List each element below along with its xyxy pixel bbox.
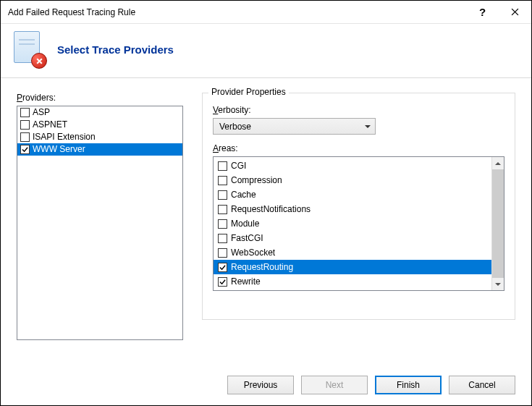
checkbox-icon[interactable] [218,205,227,214]
previous-button[interactable]: Previous [227,376,294,394]
wizard-header: Select Trace Providers [1,24,531,78]
scroll-up-button[interactable] [492,157,504,169]
wizard-title: Select Trace Providers [57,43,174,56]
area-item[interactable]: RequestNotifications [214,202,491,216]
provider-item-label: WWW Server [33,143,85,156]
help-button[interactable]: ? [466,1,499,23]
area-item[interactable]: Compression [214,173,491,187]
area-item[interactable]: WebSocket [214,245,491,260]
scroll-track[interactable] [492,169,504,278]
properties-column: Provider Properties Verbosity: Verbose A… [202,93,515,359]
checkbox-icon[interactable] [20,132,30,142]
area-item-label: Rewrite [231,276,261,287]
next-button: Next [301,376,368,394]
close-icon [511,8,519,16]
checkbox-icon[interactable] [218,277,227,287]
area-item[interactable]: Rewrite [214,274,491,289]
provider-item[interactable]: ASP [17,106,182,119]
provider-item[interactable]: WWW Server [17,143,182,156]
finish-button[interactable]: Finish [375,376,442,394]
cancel-button[interactable]: Cancel [449,376,515,394]
checkbox-icon[interactable] [218,176,227,185]
properties-legend: Provider Properties [208,87,289,97]
checkbox-icon[interactable] [218,248,227,258]
area-item-label: CGI [231,161,246,171]
title-controls: ? [466,1,531,23]
wizard-icon [14,31,44,67]
checkbox-icon[interactable] [218,161,227,171]
areas-section: Areas: CGICompressionCacheRequestNotific… [213,143,504,291]
provider-item-label: ASP [33,106,50,119]
verbosity-dropdown[interactable]: Verbose [213,118,376,135]
provider-item-label: ASPNET [33,119,67,131]
area-item[interactable]: Module [214,216,491,231]
area-item-label: RequestRouting [231,262,293,272]
scroll-down-button[interactable] [492,278,504,290]
titlebar: Add Failed Request Tracing Rule ? [1,1,531,24]
checkbox-icon[interactable] [20,108,30,117]
provider-item[interactable]: ASPNET [17,119,182,131]
area-item-label: FastCGI [231,233,263,243]
areas-scrollbar[interactable] [491,157,504,290]
area-item-label: Compression [231,175,282,185]
chevron-down-icon [365,125,371,128]
area-item[interactable]: CGI [214,158,491,173]
area-item[interactable]: FastCGI [214,231,491,245]
scroll-thumb[interactable] [492,169,504,278]
area-item-label: WebSocket [231,248,275,258]
area-item-label: Module [231,219,259,229]
window-title: Add Failed Request Tracing Rule [8,7,466,17]
checkbox-icon[interactable] [218,219,227,229]
areas-label: Areas: [213,143,504,153]
checkbox-icon[interactable] [218,234,227,243]
verbosity-value: Verbose [219,122,251,132]
providers-column: Providers: ASPASPNETISAPI ExtensionWWW S… [17,93,183,359]
provider-item[interactable]: ISAPI Extension [17,131,182,143]
area-item[interactable]: RequestRouting [214,260,491,274]
area-item-label: RequestNotifications [231,204,311,214]
providers-listbox[interactable]: ASPASPNETISAPI ExtensionWWW Server [17,106,183,340]
provider-properties-group: Provider Properties Verbosity: Verbose A… [202,93,515,320]
dialog-window: Add Failed Request Tracing Rule ? Select… [0,0,532,406]
checkbox-icon[interactable] [218,190,227,200]
wizard-body: Providers: ASPASPNETISAPI ExtensionWWW S… [1,78,531,365]
provider-item-label: ISAPI Extension [33,131,96,143]
arrow-up-icon [495,162,501,165]
arrow-down-icon [495,283,501,286]
checkbox-icon[interactable] [218,263,227,272]
checkbox-icon[interactable] [20,120,30,130]
area-item-label: Cache [231,190,256,200]
error-badge-icon [31,53,47,69]
checkbox-icon[interactable] [20,145,30,154]
area-item[interactable]: Cache [214,187,491,202]
close-button[interactable] [499,1,531,23]
verbosity-label: Verbosity: [213,105,504,115]
areas-listbox[interactable]: CGICompressionCacheRequestNotificationsM… [213,156,504,291]
providers-label: Providers: [17,93,183,103]
button-row: Previous Next Finish Cancel [1,365,531,405]
